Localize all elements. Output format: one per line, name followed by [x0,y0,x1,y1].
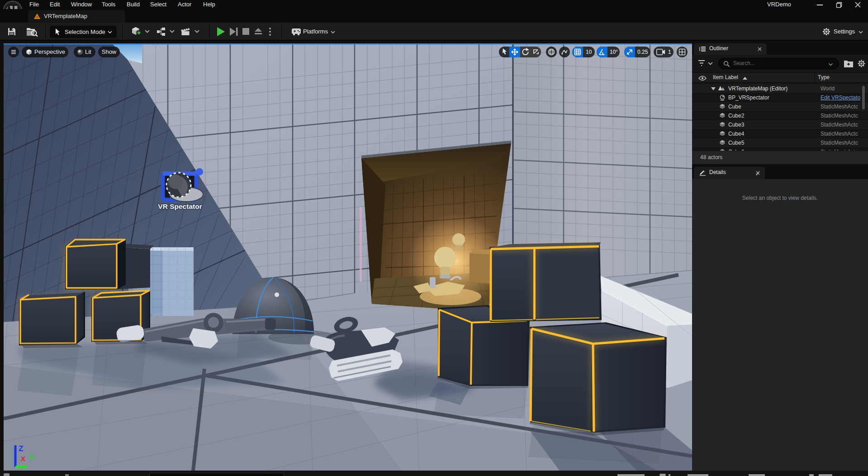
svg-text:Z: Z [19,444,23,453]
svg-text:X: X [21,455,25,462]
svg-text:VR Spectator: VR Spectator [158,203,202,210]
svg-text:Y: Y [29,453,34,462]
